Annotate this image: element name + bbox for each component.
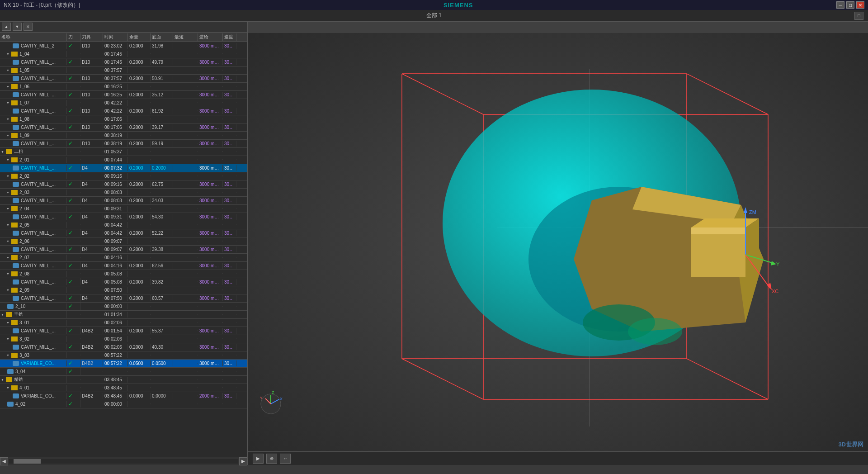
table-row[interactable]: CAVITY_MILL_...✓D1000:38:190.200059.1930… [0, 140, 247, 148]
table-row[interactable]: ▼3_0200:02:06 [0, 335, 247, 343]
expand-icon[interactable]: ▼ [6, 101, 9, 104]
expand-icon[interactable]: ▼ [6, 256, 9, 259]
add-view-button[interactable]: ⊕ [266, 454, 277, 464]
table-row[interactable]: CAVITY_MILL_...✓D400:08:030.200034.03300… [0, 197, 247, 205]
op-min-cell [173, 281, 198, 282]
horizontal-scrollbar[interactable]: ◀ ▶ [0, 457, 247, 465]
maximize-button[interactable]: □ [846, 1, 854, 9]
op-feed-cell [198, 70, 223, 71]
expand-icon[interactable]: ▼ [6, 386, 9, 389]
play-button[interactable]: ▶ [253, 454, 264, 464]
table-row[interactable]: ▼3_0100:02:06 [0, 319, 247, 327]
expand-icon[interactable]: ▼ [6, 207, 9, 210]
op-name-cell: ▼1_05 [0, 67, 67, 73]
table-row[interactable]: ▼1_0700:42:22 [0, 99, 247, 107]
table-row[interactable]: CAVITY_MILL_...✓D1000:42:220.200061.9230… [0, 107, 247, 115]
op-bottom-cell [151, 224, 173, 225]
table-row[interactable]: 3_04✓ [0, 368, 247, 376]
table-row[interactable]: CAVITY_MILL_...✓D400:04:160.200062.56300… [0, 262, 247, 270]
table-row[interactable]: CAVITY_MILL_...✓D1000:17:450.200049.7930… [0, 58, 247, 66]
op-tool-cell: D10 [80, 92, 103, 98]
table-row[interactable]: CAVITY_MILL_...✓D1000:37:570.200050.9130… [0, 75, 247, 83]
table-row[interactable]: 4_02✓00:00:00 [0, 400, 247, 408]
expand-icon[interactable]: ▼ [6, 223, 9, 227]
op-bottom-cell: 0.0000 [151, 393, 173, 399]
expand-icon[interactable]: ▼ [6, 240, 9, 243]
table-row[interactable]: CAVITY_MILL_...✓D400:09:160.200062.75300… [0, 180, 247, 189]
table-row[interactable]: ▼2_0300:08:03 [0, 189, 247, 197]
expand-icon[interactable]: ▼ [6, 158, 9, 161]
expand-icon[interactable]: ▼ [6, 191, 9, 194]
folder-icon [11, 133, 18, 138]
table-row[interactable]: ▼2_0600:09:07 [0, 237, 247, 246]
scroll-track[interactable] [9, 459, 238, 464]
op-check-cell: ✓ [67, 164, 80, 171]
expand-icon[interactable]: ▼ [6, 321, 9, 324]
expand-icon[interactable]: ▼ [6, 118, 9, 121]
table-row[interactable]: ▼2_0700:04:16 [0, 254, 247, 262]
close-button[interactable]: ✕ [856, 1, 864, 9]
table-row[interactable]: CAVITY_MILL_...✓D1000:16:250.200035.1230… [0, 91, 247, 99]
table-row[interactable]: CAVITY_MILL_...✓D400:09:310.200054.30300… [0, 213, 247, 221]
op-name-cell: ▼4_01 [0, 385, 67, 391]
op-name-label: 丰铣 [14, 311, 23, 318]
expand-icon[interactable]: ▼ [6, 69, 9, 72]
table-row[interactable]: ▼2_0100:07:44 [0, 156, 247, 164]
table-row[interactable]: ▼2_0800:05:08 [0, 270, 247, 278]
table-row[interactable]: CAVITY_MILL_...✓D400:04:420.200052.22300… [0, 229, 247, 237]
op-bottom-cell [151, 118, 173, 119]
scroll-left-button[interactable]: ◀ [0, 457, 8, 465]
expand-icon[interactable]: ▼ [6, 134, 9, 137]
table-row[interactable]: ▼1_0900:38:19 [0, 132, 247, 140]
op-feed-cell: 2000 mmpm [198, 393, 223, 399]
table-row[interactable]: ▼1_0400:17:45 [0, 50, 247, 58]
expand-icon[interactable]: ▼ [1, 313, 4, 316]
op-name-cell: CAVITY_MILL_... [0, 214, 67, 220]
table-row[interactable]: CAVITY_MILL_...✓D1000:17:060.200039.1730… [0, 123, 247, 132]
fit-view-button[interactable]: ↔ [280, 454, 291, 464]
expand-icon[interactable]: ▼ [1, 378, 4, 381]
table-row[interactable]: CAVITY_MILL_...✓D400:05:080.200039.82300… [0, 278, 247, 286]
op-time-cell [103, 371, 128, 372]
op-scroll-area[interactable]: CAVITY_MILL_2✓D1000:23:020.200031.983000… [0, 42, 247, 465]
expand-icon[interactable]: ▼ [6, 175, 9, 178]
scroll-thumb[interactable] [14, 459, 41, 464]
expand-icon[interactable]: ▼ [1, 150, 4, 153]
close-panel-button[interactable]: ✕ [24, 23, 33, 31]
tab-all[interactable]: 全部 1 [426, 12, 442, 19]
op-speed-cell: 3000 rpm [223, 360, 236, 366]
table-row[interactable]: CAVITY_MILL_...✓D400:09:070.200039.38300… [0, 246, 247, 254]
table-row[interactable]: ▼3_0300:57:22 [0, 351, 247, 360]
collapse-all-button[interactable]: ▲ [2, 23, 11, 31]
table-row[interactable]: CAVITY_MILL_...✓D400:07:500.200060.57300… [0, 294, 247, 303]
table-row[interactable]: CAVITY_MILL_...✓D4B200:02:060.200040.303… [0, 343, 247, 351]
table-row[interactable]: CAVITY_MILL_...✓D400:07:320.20000.200030… [0, 164, 247, 172]
expand-icon[interactable]: ▼ [6, 289, 9, 292]
table-row[interactable]: 2_10✓00:00:00 [0, 303, 247, 311]
table-row[interactable]: ▼2_0500:04:42 [0, 221, 247, 229]
expand-icon[interactable]: ▼ [6, 85, 9, 88]
expand-icon[interactable]: ▼ [6, 354, 9, 357]
scroll-right-button[interactable]: ▶ [239, 457, 247, 465]
table-row[interactable]: VARIABLE_CO...✓D4B203:48:450.00000.00002… [0, 392, 247, 400]
table-row[interactable]: VARIABLE_CO...✓D4B200:57:220.05000.05003… [0, 360, 247, 368]
tab-expand-button[interactable]: □ [854, 12, 863, 20]
table-row[interactable]: CAVITY_MILL_2✓D1000:23:020.200031.983000… [0, 42, 247, 50]
table-row[interactable]: ▼2_0400:09:31 [0, 205, 247, 213]
table-row[interactable]: ▼1_0500:37:57 [0, 66, 247, 75]
table-row[interactable]: ▼4_0103:48:45 [0, 384, 247, 392]
table-row[interactable]: ▼2_0900:07:50 [0, 286, 247, 294]
table-row[interactable]: CAVITY_MILL_...✓D4B200:01:540.200055.373… [0, 327, 247, 335]
table-row[interactable]: ▼精铣03:48:45 [0, 376, 247, 384]
table-row[interactable]: ▼1_0800:17:06 [0, 115, 247, 123]
table-row[interactable]: ▼丰铣01:01:34 [0, 311, 247, 319]
expand-icon[interactable]: ▼ [6, 337, 9, 341]
table-row[interactable]: ▼二粗01:05:37 [0, 148, 247, 156]
expand-icon[interactable]: ▼ [6, 52, 9, 56]
expand-icon[interactable]: ▼ [6, 272, 9, 275]
table-row[interactable]: ▼2_0200:09:16 [0, 172, 247, 180]
op-name-label: 3_03 [19, 353, 29, 358]
table-row[interactable]: ▼1_0600:16:25 [0, 83, 247, 91]
minimize-button[interactable]: ─ [836, 1, 844, 9]
expand-all-button[interactable]: ▼ [13, 23, 22, 31]
